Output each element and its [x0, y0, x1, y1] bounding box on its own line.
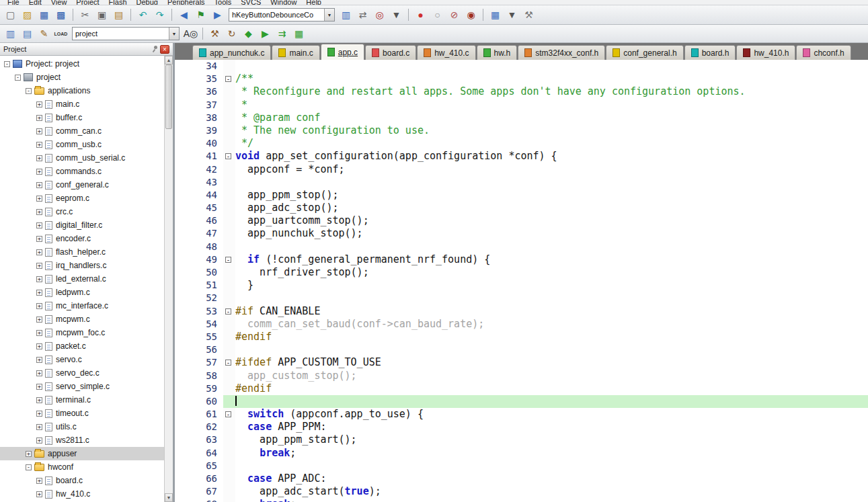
tree-item-project-project[interactable]: -Project: project: [0, 57, 164, 71]
expand-icon[interactable]: +: [36, 357, 42, 363]
open-file-icon[interactable]: ▨: [19, 7, 35, 22]
scroll-up-icon[interactable]: ▲: [165, 56, 173, 65]
collapse-icon[interactable]: -: [15, 75, 21, 81]
cut-icon[interactable]: ✂: [77, 7, 93, 22]
undo-icon[interactable]: ↶: [135, 7, 151, 22]
editor-line-52[interactable]: 52: [175, 292, 868, 304]
tree-item-flash-helper-c[interactable]: +flash_helper.c: [0, 245, 164, 259]
collapse-icon[interactable]: -: [26, 88, 32, 94]
save-all-icon[interactable]: ▩: [53, 7, 69, 22]
bookmark-icon[interactable]: ⚑: [193, 7, 208, 22]
tree-item-crc-c[interactable]: +crc.c: [0, 205, 164, 218]
build-run-icon[interactable]: ◆: [241, 26, 256, 41]
editor-line-65[interactable]: 65: [175, 460, 868, 472]
tree-item-irq-handlers-c[interactable]: +irq_handlers.c: [0, 259, 164, 272]
code-editor[interactable]: 3435-/**36 * Reconfigure and restart all…: [175, 60, 868, 502]
expand-icon[interactable]: +: [36, 370, 42, 376]
expand-icon[interactable]: +: [36, 209, 42, 215]
editor-line-36[interactable]: 36 * Reconfigure and restart all apps. S…: [175, 85, 868, 98]
fold-toggle-icon[interactable]: -: [225, 76, 231, 82]
tree-item-servo-dec-c[interactable]: +servo_dec.c: [0, 366, 164, 380]
tree-item-digital-filter-c[interactable]: +digital_filter.c: [0, 218, 164, 232]
tree-item-comm-usb-c[interactable]: +comm_usb.c: [0, 138, 164, 151]
workspace-save-icon[interactable]: ▤: [19, 26, 35, 41]
tab-board-h[interactable]: board.h: [684, 45, 736, 60]
expand-icon[interactable]: +: [36, 182, 42, 188]
tree-item-board-c[interactable]: +board.c: [0, 474, 164, 487]
tree-item-eeprom-c[interactable]: +eeprom.c: [0, 192, 164, 205]
expand-icon[interactable]: +: [36, 236, 42, 242]
expand-icon[interactable]: +: [36, 397, 42, 403]
tree-item-commands-c[interactable]: +commands.c: [0, 165, 164, 178]
editor-line-62[interactable]: 62 case APP_PPM:: [175, 421, 868, 433]
expand-icon[interactable]: +: [36, 169, 42, 175]
editor-line-51[interactable]: 51 }: [175, 279, 868, 292]
expand-icon[interactable]: +: [36, 196, 42, 202]
expand-icon[interactable]: +: [36, 343, 42, 349]
tree-item-utils-c[interactable]: +utils.c: [0, 420, 164, 433]
tree-item-encoder-c[interactable]: +encoder.c: [0, 232, 164, 245]
editor-line-48[interactable]: 48: [175, 241, 868, 253]
expand-icon[interactable]: +: [26, 451, 32, 457]
editor-line-46[interactable]: 46 app_uartcomm_stop();: [175, 214, 868, 227]
editor-line-60[interactable]: 60: [175, 395, 868, 408]
expand-icon[interactable]: +: [36, 290, 42, 296]
editor-line-64[interactable]: 64 break;: [175, 447, 868, 460]
editor-line-67[interactable]: 67 app_adc_start(true);: [175, 485, 868, 498]
editor-line-68[interactable]: 68 break;: [175, 498, 868, 502]
fold-toggle-icon[interactable]: -: [225, 308, 231, 315]
editor-line-45[interactable]: 45 app_adc_stop();: [175, 202, 868, 214]
tree-item-terminal-c[interactable]: +terminal.c: [0, 393, 164, 407]
editor-line-39[interactable]: 39 * The new configuration to use.: [175, 124, 868, 137]
chevron-down-icon[interactable]: ▼: [324, 9, 334, 21]
expand-icon[interactable]: +: [36, 128, 42, 134]
expand-icon[interactable]: +: [36, 303, 42, 309]
expand-icon[interactable]: +: [36, 249, 42, 255]
menu-debug[interactable]: Debug: [132, 0, 163, 5]
expand-icon[interactable]: +: [36, 330, 42, 336]
build-target-combo[interactable]: project▼: [72, 27, 180, 40]
editor-line-63[interactable]: 63 app_ppm_start();: [175, 433, 868, 446]
tree-item-applications[interactable]: -applications: [0, 84, 164, 97]
expand-icon[interactable]: +: [36, 437, 42, 444]
editor-line-42[interactable]: 42 appconf = *conf;: [175, 163, 868, 176]
tab-chconf-h[interactable]: chconf.h: [796, 45, 851, 60]
layout-view-icon[interactable]: ▦: [487, 7, 503, 22]
editor-line-53[interactable]: 53-#if CAN_ENABLE: [175, 305, 868, 318]
fold-toggle-icon[interactable]: -: [225, 153, 231, 159]
menu-tools[interactable]: Tools: [210, 0, 237, 5]
editor-line-56[interactable]: 56: [175, 343, 868, 356]
tree-item-hw-410-c[interactable]: +hw_410.c: [0, 487, 164, 501]
editor-line-34[interactable]: 34: [175, 60, 868, 73]
tree-scrollbar-thumb[interactable]: [165, 65, 172, 129]
editor-line-61[interactable]: 61- switch (appconf.app_to_use) {: [175, 408, 868, 421]
pin-icon[interactable]: [151, 45, 159, 53]
tree-item-comm-usb-serial-c[interactable]: +comm_usb_serial.c: [0, 151, 164, 165]
tab-app-c[interactable]: app.c: [321, 44, 364, 60]
tab-hw_410-c[interactable]: hw_410.c: [417, 45, 475, 60]
tree-item-buffer-c[interactable]: +buffer.c: [0, 111, 164, 124]
layout-arrow-icon[interactable]: ▼: [504, 7, 520, 22]
expand-icon[interactable]: +: [36, 222, 42, 228]
editor-line-50[interactable]: 50 nrf_driver_stop();: [175, 266, 868, 279]
redo-icon[interactable]: ↷: [152, 7, 167, 22]
menu-window[interactable]: Window: [266, 0, 301, 5]
expand-icon[interactable]: +: [36, 424, 42, 430]
symbols-view-icon[interactable]: A◎: [183, 26, 198, 41]
tree-item-ledpwm-c[interactable]: +ledpwm.c: [0, 286, 164, 299]
debug-idle-icon[interactable]: ○: [430, 7, 445, 22]
fold-toggle-icon[interactable]: -: [225, 360, 231, 366]
expand-icon[interactable]: +: [36, 263, 42, 269]
editor-line-37[interactable]: 37 *: [175, 99, 868, 112]
tab-board-c[interactable]: board.c: [365, 45, 416, 60]
tree-item-main-c[interactable]: +main.c: [0, 97, 164, 111]
editor-line-35[interactable]: 35-/**: [175, 73, 868, 85]
copy-icon[interactable]: ▣: [94, 7, 110, 22]
expand-icon[interactable]: +: [36, 155, 42, 161]
menu-peripherals[interactable]: Peripherals: [163, 0, 210, 5]
tree-scrollbar[interactable]: ▲ ▼: [164, 56, 173, 502]
tree-item-conf-general-c[interactable]: +conf_general.c: [0, 178, 164, 192]
menu-view[interactable]: View: [46, 0, 72, 5]
paste-icon[interactable]: ▤: [111, 7, 126, 22]
save-icon[interactable]: ▦: [36, 7, 52, 22]
